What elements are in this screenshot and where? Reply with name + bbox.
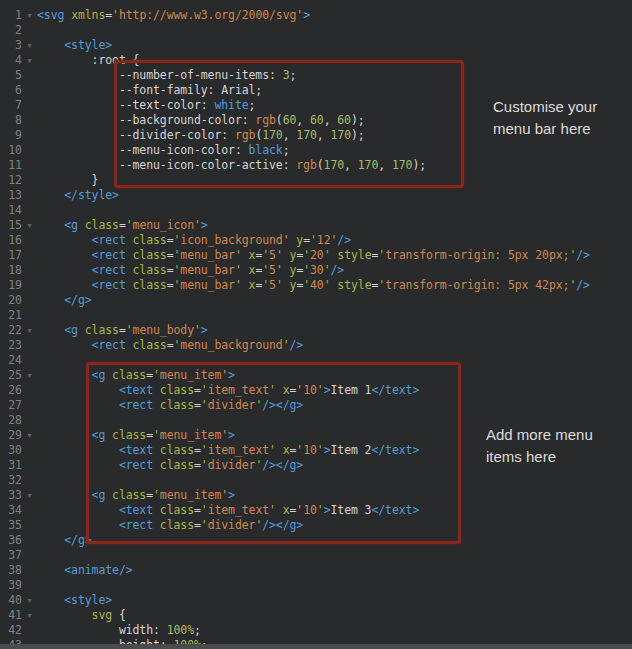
code-line[interactable]: 32 xyxy=(0,473,632,488)
fold-spacer xyxy=(22,113,37,128)
line-number: 19 xyxy=(0,278,22,293)
fold-spacer xyxy=(22,128,37,143)
fold-arrow-icon[interactable]: ▼ xyxy=(22,368,37,383)
code-line[interactable]: 38 <animate/> xyxy=(0,563,632,578)
code-text: <svg xmlns='http://www.w3.org/2000/svg'> xyxy=(37,8,310,23)
code-line[interactable]: 41▼ svg { xyxy=(0,608,632,623)
line-number: 5 xyxy=(0,68,22,83)
code-text: <style> xyxy=(37,38,112,53)
code-line[interactable]: 40▼ <style> xyxy=(0,593,632,608)
code-line[interactable]: 25▼ <g class='menu_item'> xyxy=(0,368,632,383)
line-number: 40 xyxy=(0,593,22,608)
line-number: 36 xyxy=(0,533,22,548)
code-line[interactable]: 2 xyxy=(0,23,632,38)
code-line[interactable]: 24 xyxy=(0,353,632,368)
fold-arrow-icon[interactable]: ▼ xyxy=(22,323,37,338)
code-line[interactable]: 17 <rect class='menu_bar' x='5' y='20' s… xyxy=(0,248,632,263)
code-line[interactable]: 18 <rect class='menu_bar' x='5' y='30'/> xyxy=(0,263,632,278)
fold-arrow-icon[interactable]: ▼ xyxy=(22,608,37,623)
code-line[interactable]: 27 <rect class='divider'/></g> xyxy=(0,398,632,413)
code-text: <g class='menu_icon'> xyxy=(37,218,208,233)
code-text: <rect class='divider'/></g> xyxy=(37,458,303,473)
fold-spacer xyxy=(22,23,37,38)
code-line[interactable]: 42 width: 100%; xyxy=(0,623,632,638)
code-text: width: 100%; xyxy=(37,623,201,638)
code-text: <rect class='icon_background' y='12'/> xyxy=(37,233,351,248)
code-text: <g class='menu_item'> xyxy=(37,368,235,383)
code-text: </style> xyxy=(37,188,119,203)
code-line[interactable]: 10 --menu-icon-color: black; xyxy=(0,143,632,158)
line-number: 22 xyxy=(0,323,22,338)
code-text: </g> xyxy=(37,533,92,548)
annotation-line: menu bar here xyxy=(493,118,597,140)
fold-spacer xyxy=(22,353,37,368)
code-line[interactable]: 13 </style> xyxy=(0,188,632,203)
code-line[interactable]: 34 <text class='item_text' x='10'>Item 3… xyxy=(0,503,632,518)
fold-arrow-icon[interactable]: ▼ xyxy=(22,488,37,503)
code-line[interactable]: 1▼<svg xmlns='http://www.w3.org/2000/svg… xyxy=(0,8,632,23)
fold-arrow-icon[interactable]: ▼ xyxy=(22,8,37,23)
code-line[interactable]: 12 } xyxy=(0,173,632,188)
fold-spacer xyxy=(22,143,37,158)
fold-spacer xyxy=(22,188,37,203)
code-line[interactable]: 3▼ <style> xyxy=(0,38,632,53)
code-line[interactable]: 4▼ :root { xyxy=(0,53,632,68)
code-text: <rect class='menu_background'/> xyxy=(37,338,303,353)
fold-arrow-icon[interactable]: ▼ xyxy=(22,593,37,608)
code-line[interactable]: 15▼ <g class='menu_icon'> xyxy=(0,218,632,233)
code-text: <text class='item_text' x='10'>Item 3</t… xyxy=(37,503,419,518)
line-number: 12 xyxy=(0,173,22,188)
code-text: <rect class='menu_bar' x='5' y='40' styl… xyxy=(37,278,590,293)
fold-spacer xyxy=(22,173,37,188)
fold-arrow-icon[interactable]: ▼ xyxy=(22,38,37,53)
code-text: :root { xyxy=(37,53,139,68)
annotation-line: items here xyxy=(486,446,593,468)
code-text: } xyxy=(37,173,98,188)
fold-spacer xyxy=(22,158,37,173)
fold-spacer xyxy=(22,443,37,458)
fold-arrow-icon[interactable]: ▼ xyxy=(22,428,37,443)
code-line[interactable]: 14 xyxy=(0,203,632,218)
annotation-customise-menu: Customise your menu bar here xyxy=(493,96,597,140)
code-line[interactable]: 11 --menu-icon-color-active: rgb(170, 17… xyxy=(0,158,632,173)
code-line[interactable]: 23 <rect class='menu_background'/> xyxy=(0,338,632,353)
code-line[interactable]: 36 </g> xyxy=(0,533,632,548)
line-number: 18 xyxy=(0,263,22,278)
code-text: --divider-color: rgb(170, 170, 170); xyxy=(37,128,365,143)
fold-spacer xyxy=(22,458,37,473)
code-line[interactable]: 33▼ <g class='menu_item'> xyxy=(0,488,632,503)
code-text: <rect class='divider'/></g> xyxy=(37,398,303,413)
code-text: <animate/> xyxy=(37,563,133,578)
editor-bottom-edge xyxy=(0,644,632,649)
code-line[interactable]: 35 <rect class='divider'/></g> xyxy=(0,518,632,533)
line-number: 34 xyxy=(0,503,22,518)
fold-arrow-icon[interactable]: ▼ xyxy=(22,218,37,233)
code-line[interactable]: 16 <rect class='icon_background' y='12'/… xyxy=(0,233,632,248)
code-line[interactable]: 19 <rect class='menu_bar' x='5' y='40' s… xyxy=(0,278,632,293)
code-line[interactable]: 22▼ <g class='menu_body'> xyxy=(0,323,632,338)
line-number: 24 xyxy=(0,353,22,368)
line-number: 1 xyxy=(0,8,22,23)
code-line[interactable]: 39 xyxy=(0,578,632,593)
fold-spacer xyxy=(22,548,37,563)
annotation-add-menu-items: Add more menu items here xyxy=(486,424,593,468)
code-line[interactable]: 26 <text class='item_text' x='10'>Item 1… xyxy=(0,383,632,398)
code-text: <text class='item_text' x='10'>Item 2</t… xyxy=(37,443,419,458)
line-number: 27 xyxy=(0,398,22,413)
line-number: 39 xyxy=(0,578,22,593)
fold-spacer xyxy=(22,293,37,308)
code-line[interactable]: 37 xyxy=(0,548,632,563)
code-text: --number-of-menu-items: 3; xyxy=(37,68,296,83)
fold-spacer xyxy=(22,248,37,263)
fold-spacer xyxy=(22,383,37,398)
code-line[interactable]: 20 </g> xyxy=(0,293,632,308)
line-number: 16 xyxy=(0,233,22,248)
fold-arrow-icon[interactable]: ▼ xyxy=(22,53,37,68)
line-number: 4 xyxy=(0,53,22,68)
fold-spacer xyxy=(22,308,37,323)
code-line[interactable]: 21 xyxy=(0,308,632,323)
code-line[interactable]: 5 --number-of-menu-items: 3; xyxy=(0,68,632,83)
line-number: 2 xyxy=(0,23,22,38)
fold-spacer xyxy=(22,563,37,578)
fold-spacer xyxy=(22,263,37,278)
